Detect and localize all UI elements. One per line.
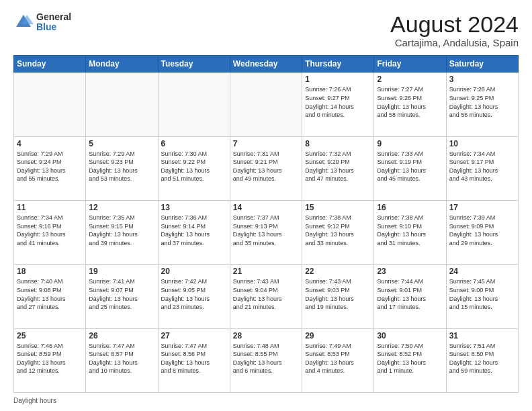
col-monday: Monday	[86, 56, 158, 73]
day-number: 4	[17, 139, 83, 148]
main-title: August 2024	[390, 12, 519, 37]
calendar-week-row: 25Sunrise: 7:46 AM Sunset: 8:59 PM Dayli…	[14, 328, 519, 392]
table-row: 20Sunrise: 7:42 AM Sunset: 9:05 PM Dayli…	[158, 265, 230, 328]
table-row: 3Sunrise: 7:28 AM Sunset: 9:25 PM Daylig…	[446, 73, 518, 136]
table-row: 1Sunrise: 7:26 AM Sunset: 9:27 PM Daylig…	[302, 73, 374, 136]
day-info: Sunrise: 7:35 AM Sunset: 9:15 PM Dayligh…	[89, 214, 154, 247]
day-info: Sunrise: 7:43 AM Sunset: 9:04 PM Dayligh…	[233, 277, 299, 311]
calendar-week-row: 1Sunrise: 7:26 AM Sunset: 9:27 PM Daylig…	[14, 73, 519, 136]
day-info: Sunrise: 7:34 AM Sunset: 9:16 PM Dayligh…	[17, 214, 83, 247]
table-row: 16Sunrise: 7:38 AM Sunset: 9:10 PM Dayli…	[374, 201, 446, 265]
table-row: 26Sunrise: 7:47 AM Sunset: 8:57 PM Dayli…	[86, 328, 158, 392]
calendar-header-row: Sunday Monday Tuesday Wednesday Thursday…	[14, 56, 519, 73]
day-number: 2	[377, 75, 443, 84]
col-wednesday: Wednesday	[230, 56, 302, 73]
calendar-week-row: 18Sunrise: 7:40 AM Sunset: 9:08 PM Dayli…	[14, 265, 519, 328]
table-row: 10Sunrise: 7:34 AM Sunset: 9:17 PM Dayli…	[446, 136, 518, 200]
logo: General Blue	[13, 12, 71, 33]
day-info: Sunrise: 7:49 AM Sunset: 8:53 PM Dayligh…	[305, 342, 371, 375]
table-row: 22Sunrise: 7:43 AM Sunset: 9:03 PM Dayli…	[302, 265, 374, 328]
table-row: 31Sunrise: 7:51 AM Sunset: 8:50 PM Dayli…	[446, 328, 518, 392]
logo-icon	[13, 12, 34, 32]
day-number: 23	[377, 267, 443, 276]
table-row: 24Sunrise: 7:45 AM Sunset: 9:00 PM Dayli…	[446, 265, 518, 328]
day-info: Sunrise: 7:27 AM Sunset: 9:26 PM Dayligh…	[377, 85, 443, 119]
table-row: 4Sunrise: 7:29 AM Sunset: 9:24 PM Daylig…	[14, 136, 86, 200]
day-info: Sunrise: 7:29 AM Sunset: 9:23 PM Dayligh…	[89, 150, 154, 183]
day-info: Sunrise: 7:33 AM Sunset: 9:19 PM Dayligh…	[377, 150, 443, 183]
table-row: 27Sunrise: 7:47 AM Sunset: 8:56 PM Dayli…	[158, 328, 230, 392]
table-row: 28Sunrise: 7:48 AM Sunset: 8:55 PM Dayli…	[230, 328, 302, 392]
calendar-table: Sunday Monday Tuesday Wednesday Thursday…	[13, 55, 519, 393]
day-number: 30	[377, 331, 443, 340]
day-info: Sunrise: 7:46 AM Sunset: 8:59 PM Dayligh…	[17, 342, 83, 375]
day-info: Sunrise: 7:42 AM Sunset: 9:05 PM Dayligh…	[161, 277, 227, 311]
sub-title: Cartajima, Andalusia, Spain	[390, 37, 519, 48]
day-number: 14	[233, 203, 299, 212]
day-info: Sunrise: 7:29 AM Sunset: 9:24 PM Dayligh…	[17, 150, 83, 183]
day-info: Sunrise: 7:50 AM Sunset: 8:52 PM Dayligh…	[377, 342, 443, 375]
table-row: 11Sunrise: 7:34 AM Sunset: 9:16 PM Dayli…	[14, 201, 86, 265]
day-number: 19	[89, 267, 154, 276]
day-info: Sunrise: 7:30 AM Sunset: 9:22 PM Dayligh…	[161, 150, 227, 183]
table-row	[230, 73, 302, 136]
day-number: 13	[161, 203, 227, 212]
day-number: 3	[449, 75, 515, 84]
col-thursday: Thursday	[302, 56, 374, 73]
table-row	[14, 73, 86, 136]
day-number: 22	[305, 267, 371, 276]
footer: Daylight hours	[13, 397, 519, 404]
table-row: 19Sunrise: 7:41 AM Sunset: 9:07 PM Dayli…	[86, 265, 158, 328]
day-number: 12	[89, 203, 154, 212]
day-number: 27	[161, 331, 227, 340]
day-info: Sunrise: 7:41 AM Sunset: 9:07 PM Dayligh…	[89, 277, 154, 311]
table-row: 12Sunrise: 7:35 AM Sunset: 9:15 PM Dayli…	[86, 201, 158, 265]
day-info: Sunrise: 7:47 AM Sunset: 8:57 PM Dayligh…	[89, 342, 154, 375]
day-number: 29	[305, 331, 371, 340]
table-row	[158, 73, 230, 136]
day-info: Sunrise: 7:31 AM Sunset: 9:21 PM Dayligh…	[233, 150, 299, 183]
day-number: 10	[449, 139, 515, 148]
table-row: 30Sunrise: 7:50 AM Sunset: 8:52 PM Dayli…	[374, 328, 446, 392]
table-row: 9Sunrise: 7:33 AM Sunset: 9:19 PM Daylig…	[374, 136, 446, 200]
day-number: 25	[17, 331, 83, 340]
day-info: Sunrise: 7:36 AM Sunset: 9:14 PM Dayligh…	[161, 214, 227, 247]
table-row: 25Sunrise: 7:46 AM Sunset: 8:59 PM Dayli…	[14, 328, 86, 392]
table-row: 17Sunrise: 7:39 AM Sunset: 9:09 PM Dayli…	[446, 201, 518, 265]
day-number: 15	[305, 203, 371, 212]
day-info: Sunrise: 7:40 AM Sunset: 9:08 PM Dayligh…	[17, 277, 83, 311]
day-info: Sunrise: 7:26 AM Sunset: 9:27 PM Dayligh…	[305, 85, 371, 119]
calendar-week-row: 4Sunrise: 7:29 AM Sunset: 9:24 PM Daylig…	[14, 136, 519, 200]
day-number: 8	[305, 139, 371, 148]
daylight-label: Daylight hours	[13, 397, 56, 404]
logo-blue-text: Blue	[36, 22, 71, 32]
day-number: 11	[17, 203, 83, 212]
table-row: 18Sunrise: 7:40 AM Sunset: 9:08 PM Dayli…	[14, 265, 86, 328]
logo-text: General Blue	[36, 12, 71, 33]
day-info: Sunrise: 7:43 AM Sunset: 9:03 PM Dayligh…	[305, 277, 371, 311]
header: General Blue August 2024 Cartajima, Anda…	[13, 12, 519, 48]
col-tuesday: Tuesday	[158, 56, 230, 73]
day-info: Sunrise: 7:47 AM Sunset: 8:56 PM Dayligh…	[161, 342, 227, 375]
table-row: 15Sunrise: 7:38 AM Sunset: 9:12 PM Dayli…	[302, 201, 374, 265]
table-row: 21Sunrise: 7:43 AM Sunset: 9:04 PM Dayli…	[230, 265, 302, 328]
calendar-week-row: 11Sunrise: 7:34 AM Sunset: 9:16 PM Dayli…	[14, 201, 519, 265]
day-number: 6	[161, 139, 227, 148]
page: General Blue August 2024 Cartajima, Anda…	[0, 0, 532, 411]
day-number: 31	[449, 331, 515, 340]
day-info: Sunrise: 7:32 AM Sunset: 9:20 PM Dayligh…	[305, 150, 371, 183]
table-row: 14Sunrise: 7:37 AM Sunset: 9:13 PM Dayli…	[230, 201, 302, 265]
day-number: 17	[449, 203, 515, 212]
day-info: Sunrise: 7:38 AM Sunset: 9:10 PM Dayligh…	[377, 214, 443, 247]
table-row: 5Sunrise: 7:29 AM Sunset: 9:23 PM Daylig…	[86, 136, 158, 200]
day-number: 26	[89, 331, 154, 340]
day-number: 20	[161, 267, 227, 276]
logo-general-text: General	[36, 12, 71, 22]
day-info: Sunrise: 7:39 AM Sunset: 9:09 PM Dayligh…	[449, 214, 515, 247]
title-block: August 2024 Cartajima, Andalusia, Spain	[390, 12, 519, 48]
table-row: 29Sunrise: 7:49 AM Sunset: 8:53 PM Dayli…	[302, 328, 374, 392]
day-number: 7	[233, 139, 299, 148]
day-number: 16	[377, 203, 443, 212]
day-number: 18	[17, 267, 83, 276]
col-saturday: Saturday	[446, 56, 518, 73]
